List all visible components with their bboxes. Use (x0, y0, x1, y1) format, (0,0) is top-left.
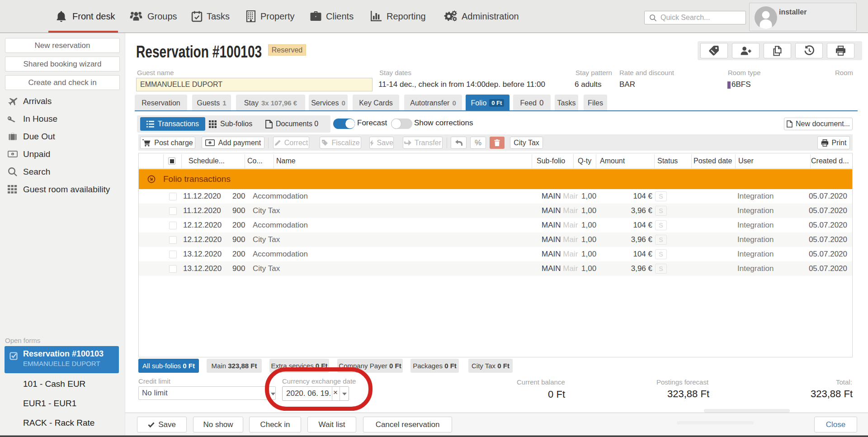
svg-text:1: 1 (12, 153, 13, 156)
svg-text:1: 1 (209, 142, 211, 144)
